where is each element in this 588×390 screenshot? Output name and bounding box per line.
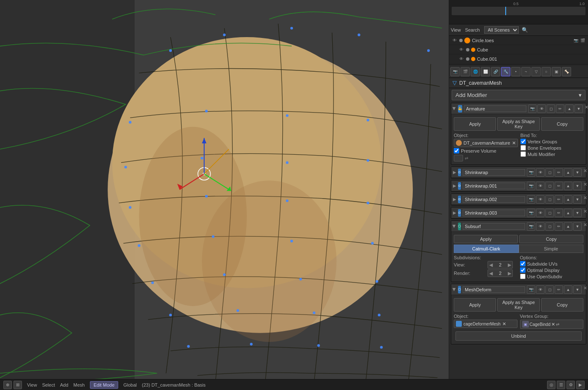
shrinkwrap002-cage-icon[interactable]: ◻ [545, 195, 554, 204]
shrinkwrap003-edit-icon[interactable]: ✏ [555, 209, 563, 217]
shrinkwrap002-edit-icon[interactable]: ✏ [555, 195, 563, 204]
subsurf-collapse-arrow[interactable]: ▶ [452, 225, 458, 228]
shrinkwrap-collapse-arrow[interactable]: ▶ [453, 169, 456, 175]
meshdeform-apply-btn[interactable]: Apply [454, 298, 496, 312]
subsurf-view-field[interactable]: ◀ ▶ [488, 261, 513, 269]
scene-select[interactable]: All Scenes [484, 26, 519, 34]
shrinkwrap-down-icon[interactable]: ▼ [573, 168, 582, 177]
shrinkwrap003-eye-icon[interactable]: 👁 [536, 209, 545, 217]
meshdeform-render-icon[interactable]: 📷 [527, 285, 535, 294]
shrinkwrap003-down-icon[interactable]: ▼ [573, 209, 582, 217]
subsurf-catmull-tab[interactable]: Catmull-Clark [454, 245, 519, 253]
armature-apply-shape-btn[interactable]: Apply as Shape Key [497, 117, 539, 131]
status-right-icon-3[interactable]: ⚙ [566, 381, 575, 389]
subsurf-name-input[interactable] [463, 223, 525, 230]
armature-object-field[interactable]: DT_cavemanArmature ✕ [454, 139, 518, 147]
armature-apply-btn[interactable]: Apply [454, 117, 496, 131]
status-icon-2[interactable]: ⊞ [14, 381, 22, 389]
meshdeform-edit-icon[interactable]: ✏ [555, 285, 563, 294]
subsurf-render-input[interactable] [494, 270, 507, 277]
armature-input-field[interactable] [454, 155, 463, 161]
armature-close-icon[interactable]: ✕ [584, 105, 588, 113]
render-props-icon[interactable]: 📷 [450, 67, 460, 76]
meshdeform-eye-icon[interactable]: 👁 [536, 285, 545, 294]
shrinkwrap001-down-icon[interactable]: ▼ [573, 182, 582, 190]
subsurf-view-right-arrow[interactable]: ▶ [507, 262, 512, 268]
shrinkwrap003-cage-icon[interactable]: ◻ [545, 209, 554, 217]
shrinkwrap002-eye-icon[interactable]: 👁 [536, 195, 545, 204]
outliner-item-cube[interactable]: 👁 Cube [449, 45, 588, 54]
shrinkwrap001-name-input[interactable] [463, 183, 525, 189]
subsurf-eye-icon[interactable]: 👁 [536, 222, 545, 231]
viewport[interactable]: User Ortho Meters [0, 0, 449, 379]
armature-name-input[interactable] [464, 105, 526, 112]
data-props-icon[interactable]: ▽ [531, 67, 541, 76]
subsurf-optimal-checkbox[interactable] [520, 267, 526, 273]
meshdeform-cage-icon[interactable]: ◻ [545, 285, 554, 294]
meshdeform-collapse-arrow[interactable]: ▶ [452, 288, 458, 291]
armature-down-icon[interactable]: ▼ [574, 105, 583, 113]
subsurf-up-icon[interactable]: ▲ [564, 222, 572, 231]
status-right-icon-2[interactable]: ☰ [557, 381, 565, 389]
add-modifier-button[interactable]: Add Modifier ▾ [452, 90, 585, 100]
subsurf-simple-tab[interactable]: Simple [519, 245, 584, 253]
camera-restrict-icon[interactable]: 📷 [573, 38, 579, 43]
search-btn[interactable]: Search [465, 27, 480, 32]
shrinkwrap002-collapse-arrow[interactable]: ▶ [453, 196, 456, 202]
shrinkwrap001-render-icon[interactable]: 📷 [527, 182, 535, 190]
meshdeform-vgroup-clear[interactable]: ✕ [551, 322, 555, 327]
subsurf-apply-btn[interactable]: Apply [454, 235, 518, 243]
constraint-props-icon[interactable]: 🔗 [491, 67, 500, 76]
meshdeform-apply-shape-btn[interactable]: Apply as Shape Key [497, 298, 539, 312]
outliner-item-cube001[interactable]: 👁 Cube.001 [449, 54, 588, 64]
meshdeform-close-icon[interactable]: ✕ [583, 285, 588, 294]
subsurf-render-icon[interactable]: 📷 [527, 222, 535, 231]
meshdeform-name-input[interactable] [463, 286, 525, 293]
armature-up-icon[interactable]: ▲ [565, 105, 574, 113]
shrinkwrap-name-input[interactable] [463, 169, 525, 176]
bone-props-icon[interactable]: 🦴 [562, 67, 571, 76]
shrinkwrap003-up-icon[interactable]: ▲ [564, 209, 572, 217]
shrinkwrap001-cage-icon[interactable]: ◻ [545, 182, 554, 190]
subsurf-opensubdiv-checkbox[interactable] [520, 274, 526, 279]
status-icon-1[interactable]: ⊕ [3, 381, 12, 389]
shrinkwrap-cage-icon[interactable]: ◻ [545, 168, 554, 177]
add-menu[interactable]: Add [60, 382, 68, 387]
subsurf-cage-icon[interactable]: ◻ [545, 222, 554, 231]
render-icon[interactable]: 🎬 [580, 38, 585, 43]
mesh-menu[interactable]: Mesh [73, 382, 85, 387]
shrinkwrap003-collapse-arrow[interactable]: ▶ [453, 210, 456, 216]
view-menu[interactable]: View [27, 382, 37, 387]
material-props-icon[interactable]: ○ [542, 67, 551, 76]
armature-vgroups-checkbox[interactable] [520, 139, 526, 144]
armature-collapse-arrow[interactable]: ▶ [452, 107, 458, 110]
shrinkwrap001-collapse-arrow[interactable]: ▶ [453, 183, 456, 189]
mode-button[interactable]: Edit Mode [90, 381, 119, 389]
eye-icon-cube001[interactable]: 👁 [458, 56, 464, 62]
shrinkwrap003-close-icon[interactable]: ✕ [583, 209, 588, 217]
meshdeform-copy-btn[interactable]: Copy [541, 298, 583, 312]
outliner-item-circle-toes[interactable]: 👁 Circle.toes 📷 🎬 [449, 36, 588, 45]
status-right-icon-1[interactable]: ◎ [547, 381, 555, 389]
armature-preserve-checkbox[interactable] [454, 148, 459, 153]
shrinkwrap002-up-icon[interactable]: ▲ [564, 195, 572, 204]
meshdeform-object-field[interactable]: cageDeformerMesh ✕ [454, 320, 518, 328]
meshdeform-vgroup-field[interactable]: ▣ CageBindd ✕ ⇄ [520, 320, 584, 329]
scene-props-icon[interactable]: 🎬 [461, 67, 470, 76]
shrinkwrap003-name-input[interactable] [463, 210, 525, 216]
subsurf-view-left-arrow[interactable]: ◀ [488, 262, 494, 268]
subsurf-subdivide-uvs-checkbox[interactable] [520, 261, 526, 266]
physics-props-icon[interactable]: ~ [521, 67, 531, 76]
meshdeform-unbind-btn[interactable]: Unbind [455, 331, 582, 341]
modifier-props-icon[interactable]: 🔧 [501, 67, 510, 76]
world-props-icon[interactable]: 🌐 [471, 67, 480, 76]
armature-multimod-checkbox[interactable] [520, 151, 526, 157]
subsurf-edit-icon[interactable]: ✏ [555, 222, 563, 231]
armature-clear-btn[interactable]: ✕ [512, 140, 516, 146]
shrinkwrap-edit-icon[interactable]: ✏ [555, 168, 563, 177]
subsurf-down-icon[interactable]: ▼ [573, 222, 582, 231]
subsurf-render-field[interactable]: ◀ ▶ [488, 269, 513, 277]
shrinkwrap001-close-icon[interactable]: ✕ [583, 182, 588, 190]
shrinkwrap-close-icon[interactable]: ✕ [583, 168, 588, 177]
meshdeform-vgroup-swap[interactable]: ⇄ [556, 322, 559, 327]
